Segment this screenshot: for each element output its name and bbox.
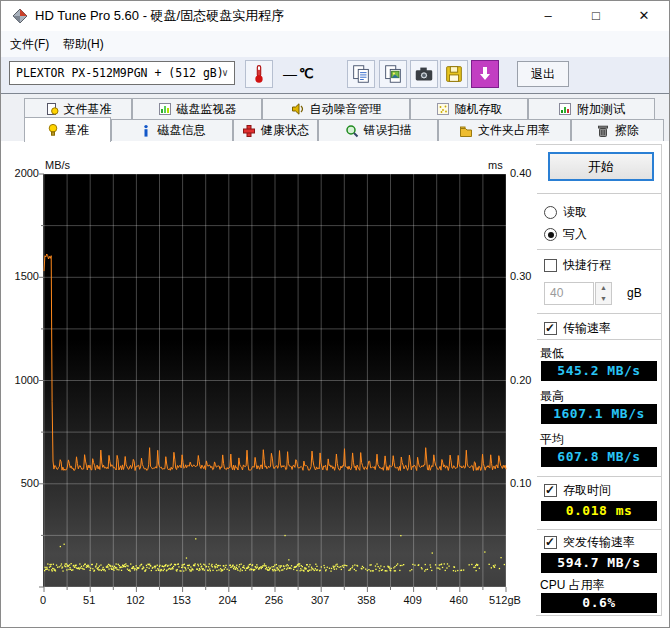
section-divider: [537, 476, 661, 477]
stepper-up-icon[interactable]: ▲: [596, 283, 611, 294]
tab-label: 附加测试: [577, 101, 625, 118]
copy-image-button[interactable]: [379, 60, 407, 88]
window-title: HD Tune Pro 5.60 - 硬盘/固态硬盘实用程序: [35, 1, 284, 31]
x-axis-tick-label: 0: [21, 594, 65, 606]
tab-label: 擦除: [615, 122, 639, 139]
copy-text-icon: [350, 63, 372, 85]
camera-icon: [413, 63, 435, 85]
burst-rate-checkbox[interactable]: 突发传输速率: [544, 534, 635, 551]
max-label: 最高: [540, 388, 564, 405]
file-benchmark-icon: [45, 102, 59, 116]
exit-button[interactable]: 退出: [517, 61, 569, 87]
error-scan-icon: [345, 124, 359, 138]
short-stroke-unit: gB: [627, 282, 642, 305]
avg-value-display: 607.8 MB/s: [541, 447, 657, 467]
section-divider: [537, 339, 661, 340]
tab-label: 错误扫描: [364, 122, 412, 139]
short-stroke-label: 快捷行程: [563, 257, 611, 274]
app-window: HD Tune Pro 5.60 - 硬盘/固态硬盘实用程序 – □ ✕ 文件(…: [0, 0, 670, 628]
menu-file[interactable]: 文件(F): [3, 31, 56, 57]
tab-acoustic-management[interactable]: 自动噪音管理: [262, 98, 410, 119]
tab-error-scan[interactable]: 错误扫描: [318, 119, 438, 141]
left-axis-unit: MB/s: [45, 159, 70, 171]
temperature-button[interactable]: [245, 60, 273, 88]
right-axis-unit: ms: [488, 159, 503, 171]
x-axis-tick-label: 307: [298, 594, 342, 606]
x-axis-tick-label: 204: [206, 594, 250, 606]
short-stroke-checkbox[interactable]: 快捷行程: [544, 257, 611, 274]
health-icon: [242, 124, 256, 138]
checkbox-box: [544, 259, 557, 272]
chart-canvas: [44, 174, 510, 594]
read-radio[interactable]: 读取: [544, 204, 587, 221]
tab-extra-tests[interactable]: 附加测试: [528, 98, 655, 119]
stepper-down-icon[interactable]: ▼: [596, 294, 611, 305]
radio-circle: [544, 206, 557, 219]
start-button[interactable]: 开始: [548, 152, 654, 181]
short-stroke-stepper[interactable]: ▲ ▼: [595, 282, 612, 305]
x-axis-tick-label: 102: [113, 594, 157, 606]
checkbox-box: [544, 484, 557, 497]
y-axis-tick-label: 1000: [3, 374, 39, 386]
section-divider: [537, 249, 661, 250]
min-value-display: 545.2 MB/s: [541, 361, 657, 381]
extra-tests-icon: [558, 102, 572, 116]
tab-benchmark[interactable]: 基准: [24, 117, 111, 142]
disk-info-icon: [139, 124, 153, 138]
acoustic-icon: [291, 102, 305, 116]
erase-icon: [596, 124, 610, 138]
short-stroke-input[interactable]: 40: [544, 282, 594, 305]
tab-label: 磁盘信息: [158, 122, 206, 139]
temperature-value: —: [283, 61, 297, 87]
x-axis-tick-label: 256: [252, 594, 296, 606]
app-logo-icon: [12, 8, 28, 24]
write-radio[interactable]: 写入: [544, 226, 587, 243]
thermometer-icon: [249, 63, 269, 85]
cpu-usage-display: 0.6%: [541, 593, 657, 613]
transfer-rate-label: 传输速率: [563, 320, 611, 337]
copy-text-button[interactable]: [347, 60, 375, 88]
tab-file-benchmark[interactable]: 文件基准: [24, 98, 132, 119]
access-time-label: 存取时间: [563, 482, 611, 499]
tab-disk-info[interactable]: 磁盘信息: [111, 119, 233, 141]
x-axis-tick-label: 51: [67, 594, 111, 606]
tab-label: 磁盘监视器: [177, 101, 237, 118]
tab-label: 健康状态: [261, 122, 309, 139]
save-icon: [443, 63, 465, 85]
tab-random-access[interactable]: 随机存取: [410, 98, 528, 119]
section-divider: [537, 529, 661, 530]
x-axis-tick-label: 409: [391, 594, 435, 606]
benchmark-icon: [46, 123, 60, 137]
x-axis-tick-label: 153: [160, 594, 204, 606]
section-divider: [537, 313, 661, 314]
x-axis-tick-label: 358: [344, 594, 388, 606]
download-icon: [475, 64, 495, 84]
tab-label: 文件基准: [64, 101, 112, 118]
y-axis-tick-label: 2000: [3, 167, 39, 179]
download-button[interactable]: [471, 60, 499, 88]
y-axis-tick-label: 500: [3, 477, 39, 489]
menu-help[interactable]: 帮助(H): [56, 31, 111, 57]
transfer-rate-checkbox[interactable]: 传输速率: [544, 320, 611, 337]
tab-erase[interactable]: 擦除: [571, 119, 664, 141]
tab-label: 文件夹占用率: [478, 122, 550, 139]
tab-health[interactable]: 健康状态: [233, 119, 318, 141]
drive-select[interactable]: PLEXTOR PX-512M9PGN + (512 gB) ∨: [9, 61, 235, 85]
access-time-checkbox[interactable]: 存取时间: [544, 482, 611, 499]
close-button[interactable]: ✕: [621, 1, 667, 31]
tab-disk-monitor[interactable]: 磁盘监视器: [132, 98, 262, 119]
temperature-unit: ℃: [299, 61, 314, 87]
x-axis-tick-label: 512gB: [483, 594, 527, 606]
burst-rate-label: 突发传输速率: [563, 534, 635, 551]
minimize-button[interactable]: –: [525, 1, 571, 31]
tab-label: 随机存取: [455, 101, 503, 118]
save-button[interactable]: [440, 60, 468, 88]
screenshot-button[interactable]: [410, 60, 438, 88]
chevron-down-icon: ∨: [222, 62, 228, 84]
random-access-icon: [436, 102, 450, 116]
title-bar: HD Tune Pro 5.60 - 硬盘/固态硬盘实用程序 – □ ✕: [1, 1, 669, 31]
radio-circle: [544, 228, 557, 241]
maximize-button[interactable]: □: [573, 1, 619, 31]
tab-label: 自动噪音管理: [310, 101, 382, 118]
tab-folder-usage[interactable]: 文件夹占用率: [438, 119, 571, 141]
